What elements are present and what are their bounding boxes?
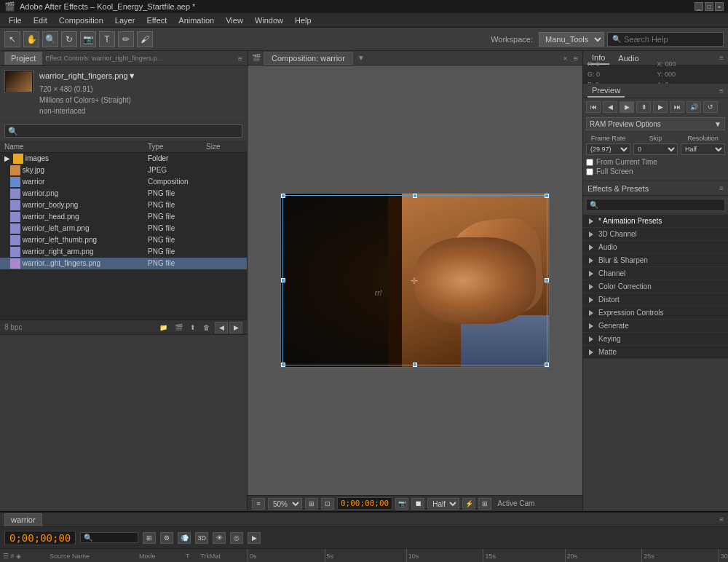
- workspace-select[interactable]: Manu_Tools: [539, 32, 604, 47]
- comp-options-btn[interactable]: ≡: [252, 498, 265, 510]
- comp-panel-icon[interactable]: 🎬: [252, 54, 261, 62]
- preview-menu-icon[interactable]: ≡: [719, 87, 724, 95]
- effect-item-matte[interactable]: Matte: [583, 346, 728, 359]
- menu-file[interactable]: File: [3, 15, 28, 26]
- project-search-input[interactable]: [4, 124, 242, 138]
- play-btn[interactable]: ▶: [620, 101, 634, 113]
- delete-btn[interactable]: 🗑: [201, 323, 212, 332]
- comp-tab[interactable]: Composition: warrior: [264, 52, 353, 65]
- ram-preview-select[interactable]: RAM Preview Options ▼: [586, 117, 725, 130]
- effect-controls-tab[interactable]: Effect Controls: warrior_right_fingers.p…: [45, 55, 234, 62]
- tool-camera[interactable]: 📷: [80, 31, 96, 47]
- menu-window[interactable]: Window: [249, 15, 289, 26]
- effect-item-audio[interactable]: Audio: [583, 241, 728, 254]
- show-channel-btn[interactable]: 🔲: [411, 498, 424, 510]
- skip-select[interactable]: 0: [633, 143, 678, 155]
- next-frame-last-btn[interactable]: ⏭: [670, 101, 684, 113]
- effect-item-color-correction[interactable]: Color Correction: [583, 280, 728, 293]
- comp-options-icon[interactable]: ≡: [574, 54, 578, 63]
- frame-rate-select[interactable]: (29.97): [586, 143, 630, 155]
- tc-motion-blur-btn[interactable]: 💨: [178, 532, 191, 544]
- list-item[interactable]: warrior_left_thumb.png PNG file: [0, 234, 247, 246]
- resolution-select[interactable]: Half: [681, 143, 725, 155]
- tool-rotate[interactable]: ↻: [61, 31, 77, 47]
- search-box[interactable]: 🔍: [607, 32, 724, 47]
- menu-effect[interactable]: Effect: [141, 15, 173, 26]
- import-btn[interactable]: ⬆: [188, 323, 198, 332]
- comp-canvas[interactable]: rr! ✛: [280, 193, 550, 368]
- effects-menu-icon[interactable]: ≡: [719, 184, 724, 192]
- loop-btn[interactable]: ↺: [703, 101, 718, 113]
- comp-menu-icon[interactable]: ▼: [357, 54, 365, 62]
- tool-zoom[interactable]: 🔍: [42, 31, 58, 47]
- list-item[interactable]: sky.jpg JPEG: [0, 165, 247, 176]
- next-frame-btn[interactable]: ▶: [653, 101, 668, 113]
- effect-item-generate[interactable]: Generate: [583, 320, 728, 333]
- tool-text[interactable]: T: [99, 31, 115, 47]
- tool-arrow[interactable]: ↖: [4, 31, 20, 47]
- tc-3d-btn[interactable]: 3D: [195, 532, 208, 544]
- comp-close-icon[interactable]: ×: [563, 54, 567, 63]
- effect-item-distort[interactable]: Distort: [583, 293, 728, 306]
- scroll-left-btn[interactable]: ◀: [215, 322, 228, 333]
- tc-comp-settings-btn[interactable]: ⚙: [160, 532, 173, 544]
- list-item[interactable]: warrior_right_arm.png PNG file: [0, 246, 247, 258]
- list-item[interactable]: ▶ images Folder: [0, 153, 247, 165]
- menu-animation[interactable]: Animation: [173, 15, 220, 26]
- tc-stagger-btn[interactable]: ⊞: [143, 532, 156, 544]
- timeline-tab[interactable]: warrior: [4, 513, 42, 526]
- preview-tab[interactable]: Preview: [587, 84, 625, 98]
- menu-view[interactable]: View: [220, 15, 249, 26]
- scroll-right-btn[interactable]: ▶: [229, 322, 242, 333]
- tool-hand[interactable]: ✋: [23, 31, 39, 47]
- timeline-timecode[interactable]: 0;00;00;00: [4, 531, 76, 545]
- close-button[interactable]: ×: [715, 2, 724, 11]
- tool-paint[interactable]: 🖌: [137, 31, 153, 47]
- list-item[interactable]: warrior Composition: [0, 176, 247, 188]
- zoom-select[interactable]: 50%: [268, 498, 302, 510]
- fast-preview-btn[interactable]: ⚡: [462, 498, 475, 510]
- list-item[interactable]: warrior_head.png PNG file: [0, 211, 247, 223]
- panel-menu-icon[interactable]: ≡: [238, 54, 242, 63]
- menu-help[interactable]: Help: [289, 15, 317, 26]
- menu-edit[interactable]: Edit: [28, 15, 53, 26]
- timeline-menu-icon[interactable]: ≡: [719, 515, 724, 523]
- effect-item-keying[interactable]: Keying: [583, 333, 728, 346]
- project-tab[interactable]: Project: [4, 52, 42, 65]
- search-input[interactable]: [624, 35, 719, 44]
- list-item[interactable]: warrior_body.png PNG file: [0, 199, 247, 211]
- fit-view-btn[interactable]: ⊞: [305, 498, 318, 510]
- effect-item-expression-controls[interactable]: Expression Controls: [583, 306, 728, 320]
- menu-layer[interactable]: Layer: [109, 15, 141, 26]
- maximize-button[interactable]: □: [705, 2, 713, 11]
- new-folder-btn[interactable]: 📁: [157, 323, 170, 332]
- tool-mask[interactable]: ✏: [118, 31, 134, 47]
- effects-search-input[interactable]: [586, 199, 725, 211]
- prev-frame-btn[interactable]: ◀: [603, 101, 617, 113]
- minimize-button[interactable]: _: [695, 2, 703, 11]
- timeline-search[interactable]: [80, 532, 138, 543]
- quality-select[interactable]: Half: [427, 498, 459, 510]
- list-item-selected[interactable]: warrior...ght_fingers.png PNG file: [0, 258, 247, 269]
- tc-solo-btn[interactable]: ◎: [230, 532, 243, 544]
- list-item[interactable]: warrior.png PNG file: [0, 188, 247, 199]
- effect-item-animation-presets[interactable]: * Animation Presets: [583, 215, 728, 228]
- snapshot-btn[interactable]: 📷: [395, 498, 408, 510]
- prev-frame-first-btn[interactable]: ⏮: [586, 101, 601, 113]
- timeline: warrior ≡ 0;00;00;00 ⊞ ⚙ 💨 3D 👁 ◎ ▶ ☰ # …: [0, 511, 728, 562]
- menu-composition[interactable]: Composition: [53, 15, 109, 26]
- effect-item-blur[interactable]: Blur & Sharpen: [583, 254, 728, 267]
- from-current-checkbox[interactable]: [586, 159, 593, 166]
- tc-shy-btn[interactable]: 👁: [213, 532, 226, 544]
- effect-item-channel[interactable]: Channel: [583, 267, 728, 280]
- list-item[interactable]: werrior_left_arm.png PNG file: [0, 223, 247, 234]
- full-screen-checkbox[interactable]: [586, 168, 593, 175]
- tc-render-btn[interactable]: ▶: [248, 532, 261, 544]
- effect-item-3d-channel[interactable]: 3D Channel: [583, 228, 728, 241]
- safe-zones-btn[interactable]: ⊡: [321, 498, 334, 510]
- grid-btn[interactable]: ⊞: [478, 498, 491, 510]
- stop-btn[interactable]: ⏸: [636, 101, 651, 113]
- timecode-display[interactable]: 0;00;00;00: [337, 497, 392, 510]
- new-comp-btn[interactable]: 🎬: [173, 323, 185, 332]
- audio-btn[interactable]: 🔊: [687, 101, 701, 113]
